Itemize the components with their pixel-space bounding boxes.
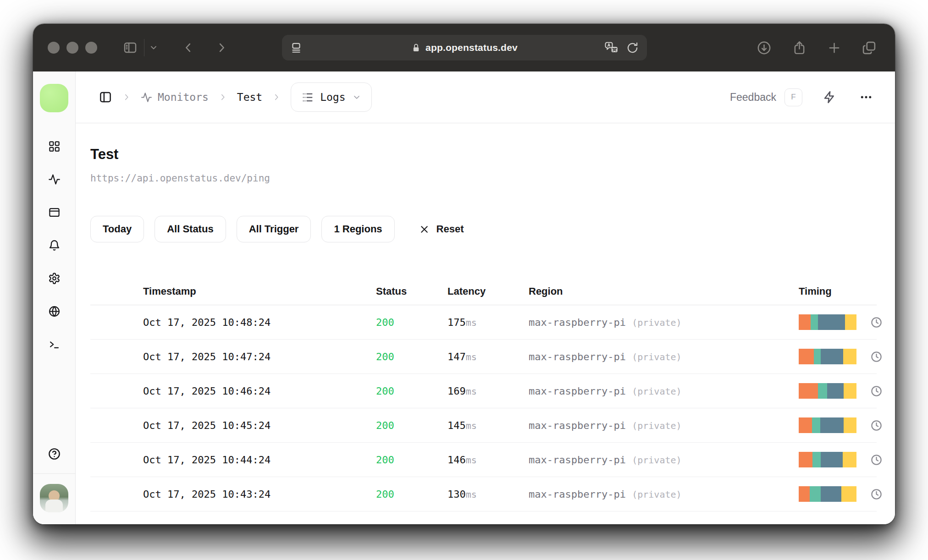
log-row[interactable]: Oct 17, 2025 10:44:24 200 146ms max-rasp… [90, 443, 877, 477]
timing-segment [799, 486, 810, 502]
timing-segment [799, 417, 812, 433]
date-filter-button[interactable]: Today [90, 216, 144, 242]
downloads-button[interactable] [757, 40, 772, 55]
monitor-endpoint: https://api.openstatus.dev/ping [90, 173, 877, 184]
log-row[interactable]: Oct 17, 2025 10:46:24 200 169ms max-rasp… [90, 374, 877, 408]
log-timestamp: Oct 17, 2025 10:47:24 [143, 351, 376, 362]
breadcrumb-monitor-name[interactable]: Test [237, 91, 262, 103]
panel-toggle-icon[interactable] [99, 90, 112, 104]
clock-icon[interactable] [870, 385, 883, 397]
trigger-filter-button[interactable]: All Trigger [237, 216, 311, 242]
log-latency: 146 [447, 454, 466, 466]
lock-icon [411, 43, 421, 53]
reset-filters-button[interactable]: Reset [419, 223, 464, 235]
clock-icon[interactable] [870, 316, 883, 329]
translate-icon[interactable] [603, 41, 619, 55]
reload-icon[interactable] [626, 42, 639, 54]
log-latency: 169 [447, 385, 466, 397]
activity-icon [141, 92, 152, 103]
breadcrumb-monitors[interactable]: Monitors [141, 91, 209, 103]
quick-actions-button[interactable] [823, 90, 836, 104]
region-note: (private) [632, 317, 681, 328]
timing-bar [799, 314, 856, 330]
log-timestamp: Oct 17, 2025 10:45:24 [143, 420, 376, 431]
user-avatar[interactable] [40, 484, 68, 512]
help-button[interactable] [48, 447, 61, 462]
view-selector-button[interactable]: Logs [291, 82, 371, 112]
page-format-icon[interactable] [290, 42, 302, 54]
minimize-window-button[interactable] [66, 42, 78, 54]
timing-segment [845, 314, 856, 330]
log-latency: 147 [447, 351, 466, 362]
table-header: Timestamp Status Latency Region Timing [90, 278, 877, 305]
terminal-icon [48, 338, 61, 351]
sidebar-item-status-pages[interactable] [48, 206, 61, 219]
app-sidebar [33, 71, 76, 524]
log-row[interactable]: Oct 17, 2025 10:43:24 200 130ms max-rasp… [90, 477, 877, 511]
timing-segment [818, 314, 845, 330]
address-bar[interactable]: app.openstatus.dev [282, 35, 647, 60]
tab-overview-button[interactable] [862, 40, 877, 55]
clock-icon[interactable] [870, 488, 883, 500]
zoom-window-button[interactable] [85, 42, 97, 54]
sidebar-item-dashboard[interactable] [48, 140, 61, 153]
log-row[interactable]: Oct 17, 2025 10:47:24 200 147ms max-rasp… [90, 340, 877, 374]
timing-segment [827, 383, 844, 399]
sidebar-item-notifications[interactable] [48, 239, 61, 252]
close-window-button[interactable] [48, 42, 60, 54]
feedback-button[interactable]: Feedback [730, 91, 776, 104]
latency-unit: ms [466, 386, 477, 397]
card-icon [48, 206, 61, 219]
help-icon [48, 447, 61, 461]
regions-filter-button[interactable]: 1 Regions [321, 216, 394, 242]
col-timing[interactable]: Timing [799, 285, 856, 297]
traffic-lights[interactable] [48, 42, 97, 54]
back-button[interactable] [182, 41, 195, 54]
log-status: 200 [376, 489, 447, 500]
log-status: 200 [376, 351, 447, 362]
filter-bar: Today All Status All Trigger 1 Regions R… [90, 216, 877, 242]
toolbar-divider [144, 39, 144, 56]
more-menu-button[interactable] [859, 90, 873, 104]
col-status[interactable]: Status [376, 285, 447, 297]
log-timestamp: Oct 17, 2025 10:43:24 [143, 489, 376, 500]
col-timestamp[interactable]: Timestamp [143, 285, 376, 297]
status-filter-button[interactable]: All Status [155, 216, 226, 242]
sidebar-item-settings[interactable] [48, 272, 61, 285]
workspace-avatar[interactable] [40, 84, 68, 112]
log-status: 200 [376, 454, 447, 466]
timing-segment [821, 452, 843, 467]
lightning-icon [823, 90, 836, 104]
col-latency[interactable]: Latency [447, 285, 529, 297]
timing-segment [818, 383, 827, 399]
clock-icon[interactable] [870, 454, 883, 466]
timing-segment [844, 417, 856, 433]
region-note: (private) [632, 386, 681, 397]
url-text: app.openstatus.dev [425, 42, 518, 53]
log-row[interactable]: Oct 17, 2025 10:45:24 200 145ms max-rasp… [90, 408, 877, 443]
region-note: (private) [632, 351, 681, 362]
timing-segment [810, 486, 821, 502]
timing-bar [799, 417, 856, 433]
log-region: max-raspberry-pi [529, 385, 626, 397]
screenshot: app.openstatus.dev [0, 0, 928, 560]
sidebar-item-cli[interactable] [48, 338, 61, 351]
ellipsis-icon [859, 90, 873, 104]
breadcrumb: Monitors Test [99, 82, 372, 112]
timing-segment [821, 349, 843, 364]
share-button[interactable] [792, 40, 807, 55]
chevron-right-icon [271, 92, 282, 102]
sidebar-toggle-icon[interactable] [123, 40, 138, 55]
sidebar-item-domains[interactable] [48, 305, 61, 318]
sidebar-item-monitors[interactable] [48, 173, 61, 186]
chevron-right-icon [122, 92, 132, 102]
timing-segment [821, 486, 841, 502]
clock-icon[interactable] [870, 419, 883, 432]
new-tab-button[interactable] [827, 41, 841, 55]
col-region[interactable]: Region [529, 285, 799, 297]
clock-icon[interactable] [870, 351, 883, 363]
chevron-down-icon[interactable] [149, 43, 158, 52]
log-row[interactable]: Oct 17, 2025 10:48:24 200 175ms max-rasp… [90, 305, 877, 340]
forward-button[interactable] [215, 41, 228, 54]
grid-icon [48, 140, 61, 153]
